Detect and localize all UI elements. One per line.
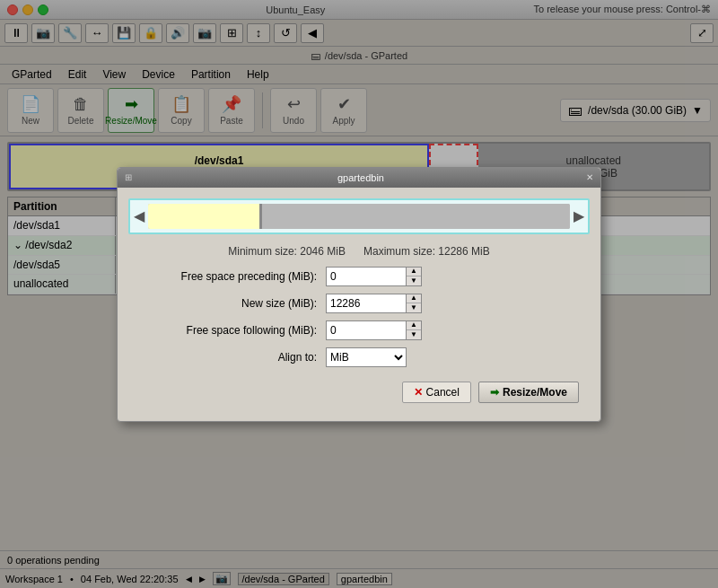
align-input-container: MiB Cylinder None — [326, 347, 407, 367]
free-preceding-row: Free space preceding (MiB): ▲ ▼ — [128, 267, 590, 286]
align-label: Align to: — [146, 351, 326, 364]
resize-bar-container: ◀ ▶ — [128, 198, 590, 234]
modal-title: gpartedbin — [136, 172, 586, 183]
free-preceding-spinner: ▲ ▼ — [407, 267, 422, 286]
free-following-input[interactable] — [326, 320, 407, 340]
modal-body: ◀ ▶ Minimum size: 2046 MiB Maximum size:… — [118, 188, 600, 421]
free-following-up[interactable]: ▲ — [407, 321, 421, 330]
free-preceding-label: Free space preceding (MiB): — [146, 270, 326, 283]
resize-move-icon: ➡ — [490, 386, 499, 399]
new-size-up[interactable]: ▲ — [407, 294, 421, 303]
cancel-button[interactable]: ✕ Cancel — [402, 382, 471, 403]
modal-overlay: ⊞ gpartedbin ✕ ◀ ▶ Minimum size: 2046 Mi… — [0, 0, 718, 588]
free-following-label: Free space following (MiB): — [146, 324, 326, 337]
free-preceding-input[interactable] — [326, 267, 407, 286]
new-size-input[interactable] — [326, 294, 407, 313]
resize-track — [148, 204, 570, 229]
align-row: Align to: MiB Cylinder None — [128, 347, 590, 367]
form-section: Free space preceding (MiB): ▲ ▼ New size… — [128, 267, 590, 367]
free-following-spinner: ▲ ▼ — [407, 320, 422, 340]
align-select[interactable]: MiB Cylinder None — [326, 347, 407, 367]
modal-footer: ✕ Cancel ➡ Resize/Move — [128, 374, 590, 410]
free-following-row: Free space following (MiB): ▲ ▼ — [128, 320, 590, 340]
new-size-down[interactable]: ▼ — [407, 303, 421, 312]
free-preceding-up[interactable]: ▲ — [407, 268, 421, 276]
resize-right-arrow[interactable]: ▶ — [574, 207, 584, 224]
resize-left-arrow[interactable]: ◀ — [134, 207, 144, 224]
resize-move-button[interactable]: ➡ Resize/Move — [478, 382, 579, 403]
gpartedbin-modal: ⊞ gpartedbin ✕ ◀ ▶ Minimum size: 2046 Mi… — [117, 167, 601, 422]
modal-titlebar: ⊞ gpartedbin ✕ — [118, 168, 600, 188]
size-info: Minimum size: 2046 MiB Maximum size: 122… — [128, 245, 590, 258]
new-size-spinner: ▲ ▼ — [407, 294, 422, 313]
free-following-down[interactable]: ▼ — [407, 330, 421, 339]
modal-close-button[interactable]: ✕ — [586, 172, 593, 182]
free-preceding-input-container: ▲ ▼ — [326, 267, 422, 286]
max-size-label: Maximum size: 12286 MiB — [363, 245, 490, 258]
new-size-row: New size (MiB): ▲ ▼ — [128, 294, 590, 313]
resize-free-portion — [262, 204, 570, 229]
new-size-label: New size (MiB): — [146, 297, 326, 310]
cancel-icon: ✕ — [414, 386, 423, 399]
free-following-input-container: ▲ ▼ — [326, 320, 422, 340]
modal-icon: ⊞ — [125, 172, 132, 182]
free-preceding-down[interactable]: ▼ — [407, 276, 421, 285]
new-size-input-container: ▲ ▼ — [326, 294, 422, 313]
cancel-label: Cancel — [426, 386, 460, 399]
resize-used-portion — [148, 204, 262, 229]
resize-move-label: Resize/Move — [503, 386, 567, 399]
min-size-label: Minimum size: 2046 MiB — [228, 245, 346, 258]
